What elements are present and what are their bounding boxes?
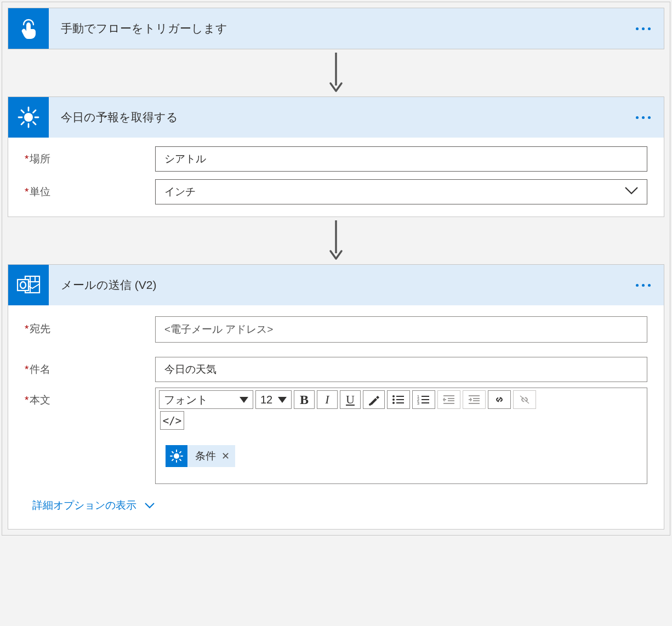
- token-label: 条件: [195, 449, 216, 463]
- connector-arrow: [8, 217, 664, 264]
- italic-button[interactable]: I: [317, 390, 338, 409]
- subject-input[interactable]: 今日の天気: [155, 357, 647, 382]
- sun-icon: [166, 445, 187, 467]
- show-advanced-options[interactable]: 詳細オプションの表示: [25, 494, 647, 518]
- svg-text:3: 3: [417, 401, 419, 405]
- token-remove-button[interactable]: ✕: [221, 450, 230, 462]
- flow-canvas: 手動でフローをトリガーします: [2, 2, 670, 536]
- rte-content[interactable]: 条件 ✕: [156, 432, 647, 483]
- subject-label: *件名: [25, 357, 155, 377]
- forecast-card: 今日の予報を取得する *場所 *単位: [8, 96, 664, 217]
- email-title: メールの送信 (V2): [49, 277, 636, 293]
- forecast-header[interactable]: 今日の予報を取得する: [8, 97, 664, 138]
- indent-button[interactable]: [463, 390, 486, 409]
- to-label: *宛先: [25, 316, 155, 336]
- unit-select[interactable]: [155, 179, 647, 204]
- rte-toolbar: フォント 12 B I U: [156, 388, 647, 432]
- touch-icon: [8, 8, 49, 49]
- svg-line-9: [33, 110, 36, 113]
- rich-text-editor: フォント 12 B I U: [155, 388, 647, 484]
- dynamic-token-condition[interactable]: 条件 ✕: [166, 445, 235, 467]
- unlink-button[interactable]: [513, 390, 536, 409]
- sun-icon: [8, 97, 49, 138]
- forecast-menu-button[interactable]: [636, 116, 664, 119]
- underline-button[interactable]: U: [340, 390, 361, 409]
- to-row: *宛先 <電子メール アドレス>: [25, 316, 647, 343]
- svg-point-19: [392, 399, 395, 401]
- forecast-title: 今日の予報を取得する: [49, 110, 636, 125]
- numbered-list-button[interactable]: 123: [412, 390, 435, 409]
- location-input[interactable]: [155, 146, 647, 172]
- location-row: *場所: [25, 146, 647, 172]
- svg-line-8: [21, 122, 24, 125]
- trigger-header[interactable]: 手動でフローをトリガーします: [8, 8, 664, 49]
- font-select[interactable]: フォント: [159, 390, 253, 409]
- svg-line-6: [21, 110, 24, 113]
- connector-arrow: [8, 49, 664, 96]
- trigger-menu-button[interactable]: [636, 27, 664, 30]
- outdent-button[interactable]: [437, 390, 460, 409]
- forecast-body: *場所 *単位: [8, 138, 664, 217]
- email-menu-button[interactable]: [636, 284, 664, 287]
- email-header[interactable]: メールの送信 (V2): [8, 265, 664, 305]
- bullet-list-button[interactable]: [387, 390, 410, 409]
- svg-line-47: [180, 452, 181, 453]
- body-label: *本文: [25, 388, 155, 407]
- font-size-select[interactable]: 12: [255, 390, 292, 409]
- unit-label: *単位: [25, 185, 155, 199]
- code-view-button[interactable]: </>: [160, 411, 184, 430]
- svg-line-44: [172, 452, 173, 453]
- svg-point-39: [174, 453, 179, 459]
- location-label: *場所: [25, 152, 155, 166]
- link-button[interactable]: [488, 390, 511, 409]
- chevron-down-icon: [144, 502, 155, 509]
- svg-point-1: [24, 113, 33, 122]
- email-card: メールの送信 (V2) *宛先 <電子メール アドレス> *件名 今日の天気 *…: [8, 264, 664, 530]
- outlook-icon: [8, 265, 49, 305]
- body-row: *本文 フォント 12 B I U: [25, 388, 647, 484]
- to-input[interactable]: <電子メール アドレス>: [155, 316, 647, 343]
- subject-row: *件名 今日の天気: [25, 357, 647, 382]
- trigger-card: 手動でフローをトリガーします: [8, 8, 664, 49]
- svg-point-20: [392, 402, 395, 404]
- unit-row: *単位: [25, 179, 647, 204]
- svg-line-45: [180, 459, 181, 460]
- bold-button[interactable]: B: [294, 390, 315, 409]
- svg-point-18: [392, 395, 395, 397]
- svg-line-46: [172, 459, 173, 460]
- color-picker-button[interactable]: [363, 390, 385, 409]
- svg-line-7: [33, 122, 36, 125]
- email-body: *宛先 <電子メール アドレス> *件名 今日の天気 *本文 フォン: [8, 305, 664, 529]
- svg-point-17: [369, 403, 371, 406]
- trigger-title: 手動でフローをトリガーします: [49, 21, 636, 36]
